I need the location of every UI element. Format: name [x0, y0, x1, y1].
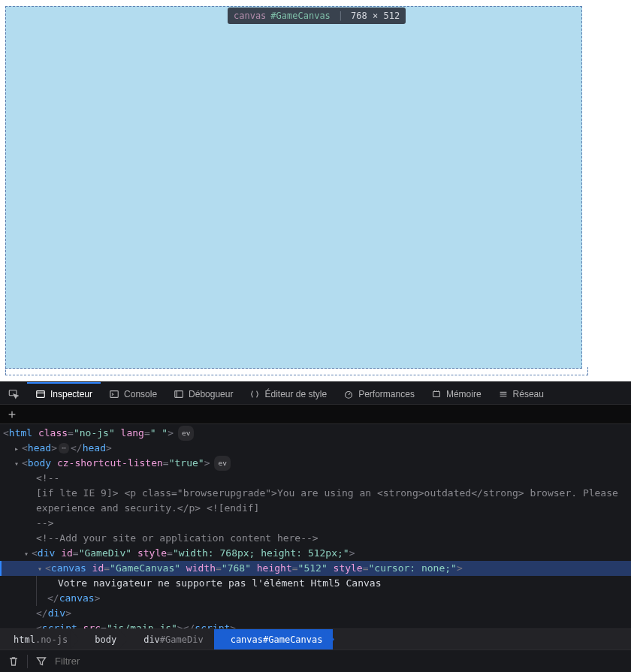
- tooltip-id: #GameCanvas: [270, 11, 330, 21]
- tab-debugger[interactable]: Débogueur: [165, 382, 241, 404]
- devtools-tabs: Inspecteur Console Débogueur Éditeur de …: [0, 382, 631, 405]
- tab-label: Mémoire: [446, 389, 482, 399]
- trash-icon[interactable]: [8, 655, 20, 667]
- devtools-panel: Inspecteur Console Débogueur Éditeur de …: [0, 381, 631, 672]
- filter-icon[interactable]: [35, 655, 47, 667]
- dom-line-canvas-close[interactable]: </canvas>: [37, 591, 631, 606]
- dom-line-comment[interactable]: [if lte IE 9]> <p class="browserupgrade"…: [0, 486, 631, 501]
- network-icon: [498, 389, 509, 399]
- dom-line-html[interactable]: <html class="no-js" lang=" "> ev: [0, 426, 631, 441]
- style-editor-icon: [249, 389, 260, 399]
- ellipsis-icon[interactable]: ⋯: [59, 443, 69, 454]
- dom-line-gamediv[interactable]: <div id="GameDiv" style="width: 768px; h…: [0, 546, 631, 561]
- memory-icon: [431, 389, 442, 399]
- breadcrumb-bar: html.no-js body div#GameDiv canvas#GameC…: [0, 628, 631, 649]
- breadcrumb-gamediv[interactable]: div#GameDiv: [127, 629, 213, 649]
- toggle-icon[interactable]: [13, 441, 20, 457]
- add-tab-button[interactable]: [5, 408, 19, 421]
- tab-label: Inspecteur: [50, 389, 92, 399]
- toggle-icon[interactable]: [23, 546, 30, 562]
- tooltip-separator: |: [338, 11, 343, 21]
- tooltip-dimensions: 768 × 512: [351, 11, 400, 21]
- dom-line-comment[interactable]: -->: [0, 516, 631, 531]
- tab-label: Console: [124, 389, 157, 399]
- dom-line-div-close[interactable]: </div>: [0, 606, 631, 621]
- event-badge[interactable]: ev: [178, 426, 194, 441]
- dom-line-script[interactable]: <script src="js/main.js"></script>: [0, 621, 631, 628]
- dom-line-comment[interactable]: <!--Add your site or application content…: [0, 531, 631, 546]
- inspector-icon: [35, 389, 46, 399]
- svg-rect-7: [433, 391, 440, 396]
- toggle-icon[interactable]: [36, 561, 44, 577]
- debugger-icon: [174, 389, 184, 399]
- dom-tree[interactable]: <html class="no-js" lang=" "> ev <head> …: [0, 424, 631, 628]
- console-icon: [109, 389, 119, 399]
- performance-icon: [343, 389, 354, 399]
- element-highlight-overlay: [5, 6, 582, 369]
- event-badge[interactable]: ev: [214, 456, 230, 471]
- inspected-page: canvas#GameCanvas | 768 × 512: [0, 0, 631, 381]
- tab-label: Éditeur de style: [264, 389, 327, 399]
- filter-bar: [0, 649, 631, 672]
- filter-input[interactable]: [55, 655, 623, 667]
- element-tooltip: canvas#GameCanvas | 768 × 512: [228, 8, 406, 24]
- breadcrumb-body[interactable]: body: [78, 629, 127, 649]
- separator: [27, 655, 28, 668]
- dom-line-comment[interactable]: <!--: [0, 471, 631, 486]
- tab-inspector[interactable]: Inspecteur: [27, 382, 101, 404]
- toggle-icon[interactable]: [13, 456, 20, 472]
- tab-label: Débogueur: [189, 389, 233, 399]
- svg-rect-4: [175, 390, 183, 397]
- tab-console[interactable]: Console: [101, 382, 165, 404]
- dom-line-body[interactable]: <body cz-shortcut-listen="true"> ev: [0, 456, 631, 471]
- breadcrumb-html[interactable]: html.no-js: [0, 629, 78, 649]
- tab-performance[interactable]: Performances: [335, 382, 423, 404]
- tab-label: Réseau: [513, 389, 544, 399]
- tab-memory[interactable]: Mémoire: [423, 382, 490, 404]
- pick-element-icon[interactable]: [0, 382, 27, 404]
- tab-network[interactable]: Réseau: [490, 382, 552, 404]
- tab-label: Performances: [358, 389, 415, 399]
- canvas-children: Votre navigateur ne supporte pas l'éléme…: [36, 576, 631, 606]
- devtools-addrow: [0, 405, 631, 424]
- breadcrumb-canvas[interactable]: canvas#GameCanvas: [214, 629, 334, 649]
- svg-rect-1: [37, 390, 45, 397]
- dom-line-canvas-text[interactable]: Votre navigateur ne supporte pas l'éléme…: [37, 576, 631, 591]
- dom-line-canvas-selected[interactable]: <canvas id="GameCanvas" width="768" heig…: [0, 561, 631, 576]
- tooltip-tagname: canvas: [234, 11, 266, 21]
- svg-rect-3: [110, 390, 119, 397]
- tab-style-editor[interactable]: Éditeur de style: [241, 382, 335, 404]
- dom-line-head[interactable]: <head> ⋯ </head>: [0, 441, 631, 456]
- dom-line-comment[interactable]: experience and security.</p> <![endif]: [0, 501, 631, 516]
